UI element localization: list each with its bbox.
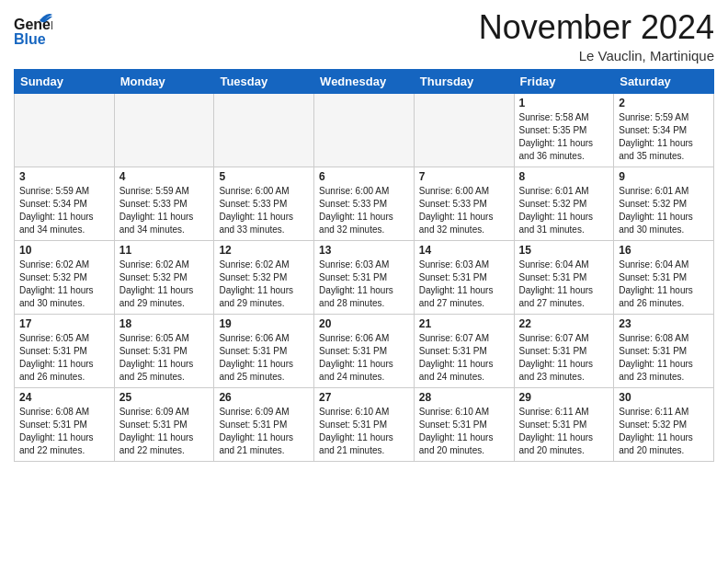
- calendar-cell: 28Sunrise: 6:10 AM Sunset: 5:31 PM Dayli…: [414, 387, 514, 461]
- day-number: 13: [319, 244, 409, 257]
- day-info: Sunrise: 6:02 AM Sunset: 5:32 PM Dayligh…: [119, 259, 210, 310]
- day-info: Sunrise: 6:03 AM Sunset: 5:31 PM Dayligh…: [319, 259, 409, 310]
- calendar-cell: 2Sunrise: 5:59 AM Sunset: 5:34 PM Daylig…: [614, 93, 714, 167]
- day-number: 3: [19, 170, 109, 183]
- day-number: 12: [219, 244, 309, 257]
- calendar-cell: 15Sunrise: 6:04 AM Sunset: 5:31 PM Dayli…: [514, 240, 614, 314]
- calendar-cell: 12Sunrise: 6:02 AM Sunset: 5:32 PM Dayli…: [214, 240, 314, 314]
- day-info: Sunrise: 6:08 AM Sunset: 5:31 PM Dayligh…: [619, 332, 709, 384]
- calendar-week-0: 1Sunrise: 5:58 AM Sunset: 5:35 PM Daylig…: [15, 93, 714, 167]
- calendar-cell: 7Sunrise: 6:00 AM Sunset: 5:33 PM Daylig…: [414, 167, 514, 240]
- day-number: 1: [519, 97, 609, 109]
- calendar-cell: [114, 93, 214, 167]
- day-info: Sunrise: 5:59 AM Sunset: 5:34 PM Dayligh…: [19, 185, 109, 236]
- day-info: Sunrise: 6:07 AM Sunset: 5:31 PM Dayligh…: [519, 332, 609, 384]
- day-number: 9: [619, 170, 709, 183]
- logo-icon: General Blue: [14, 9, 52, 50]
- day-number: 21: [419, 317, 509, 330]
- weekday-header-friday: Friday: [514, 69, 614, 93]
- calendar-cell: 1Sunrise: 5:58 AM Sunset: 5:35 PM Daylig…: [514, 93, 614, 167]
- day-number: 28: [419, 391, 509, 404]
- day-info: Sunrise: 6:06 AM Sunset: 5:31 PM Dayligh…: [319, 332, 409, 384]
- day-number: 19: [219, 317, 309, 330]
- day-info: Sunrise: 5:59 AM Sunset: 5:34 PM Dayligh…: [619, 111, 709, 163]
- day-number: 23: [619, 317, 709, 330]
- day-info: Sunrise: 6:11 AM Sunset: 5:31 PM Dayligh…: [519, 406, 609, 457]
- day-number: 20: [319, 317, 409, 330]
- calendar-cell: 19Sunrise: 6:06 AM Sunset: 5:31 PM Dayli…: [214, 314, 314, 387]
- calendar-cell: [414, 93, 514, 167]
- calendar-cell: 20Sunrise: 6:06 AM Sunset: 5:31 PM Dayli…: [314, 314, 415, 387]
- day-number: 2: [619, 97, 709, 109]
- calendar-week-4: 24Sunrise: 6:08 AM Sunset: 5:31 PM Dayli…: [15, 387, 714, 461]
- calendar-cell: 18Sunrise: 6:05 AM Sunset: 5:31 PM Dayli…: [114, 314, 214, 387]
- calendar-cell: 14Sunrise: 6:03 AM Sunset: 5:31 PM Dayli…: [414, 240, 514, 314]
- title-block: November 2024 Le Vauclin, Martinique: [479, 9, 714, 63]
- day-info: Sunrise: 6:10 AM Sunset: 5:31 PM Dayligh…: [419, 406, 509, 457]
- calendar-cell: 16Sunrise: 6:04 AM Sunset: 5:31 PM Dayli…: [614, 240, 714, 314]
- weekday-header-tuesday: Tuesday: [214, 69, 314, 93]
- day-number: 25: [119, 391, 210, 404]
- day-number: 10: [19, 244, 109, 257]
- day-info: Sunrise: 6:02 AM Sunset: 5:32 PM Dayligh…: [219, 259, 309, 310]
- day-number: 24: [19, 391, 109, 404]
- calendar-week-2: 10Sunrise: 6:02 AM Sunset: 5:32 PM Dayli…: [15, 240, 714, 314]
- day-info: Sunrise: 6:01 AM Sunset: 5:32 PM Dayligh…: [619, 185, 709, 236]
- weekday-header-wednesday: Wednesday: [314, 69, 415, 93]
- day-info: Sunrise: 6:06 AM Sunset: 5:31 PM Dayligh…: [219, 332, 309, 384]
- header: General Blue November 2024 Le Vauclin, M…: [14, 9, 714, 63]
- day-number: 17: [19, 317, 109, 330]
- day-info: Sunrise: 6:01 AM Sunset: 5:32 PM Dayligh…: [519, 185, 609, 236]
- calendar-cell: 27Sunrise: 6:10 AM Sunset: 5:31 PM Dayli…: [314, 387, 415, 461]
- day-info: Sunrise: 6:04 AM Sunset: 5:31 PM Dayligh…: [519, 259, 609, 310]
- calendar-cell: 4Sunrise: 5:59 AM Sunset: 5:33 PM Daylig…: [114, 167, 214, 240]
- day-number: 22: [519, 317, 609, 330]
- day-info: Sunrise: 5:58 AM Sunset: 5:35 PM Dayligh…: [519, 111, 609, 163]
- calendar-header-row: SundayMondayTuesdayWednesdayThursdayFrid…: [15, 69, 714, 93]
- calendar: SundayMondayTuesdayWednesdayThursdayFrid…: [14, 69, 714, 462]
- day-number: 30: [619, 391, 709, 404]
- calendar-cell: 13Sunrise: 6:03 AM Sunset: 5:31 PM Dayli…: [314, 240, 415, 314]
- day-number: 8: [519, 170, 609, 183]
- calendar-cell: 29Sunrise: 6:11 AM Sunset: 5:31 PM Dayli…: [514, 387, 614, 461]
- day-info: Sunrise: 6:10 AM Sunset: 5:31 PM Dayligh…: [319, 406, 409, 457]
- calendar-cell: [15, 93, 115, 167]
- day-info: Sunrise: 6:11 AM Sunset: 5:32 PM Dayligh…: [619, 406, 709, 457]
- weekday-header-thursday: Thursday: [414, 69, 514, 93]
- location: Le Vauclin, Martinique: [479, 48, 714, 63]
- calendar-cell: 30Sunrise: 6:11 AM Sunset: 5:32 PM Dayli…: [614, 387, 714, 461]
- day-number: 11: [119, 244, 210, 257]
- weekday-header-saturday: Saturday: [614, 69, 714, 93]
- day-info: Sunrise: 6:00 AM Sunset: 5:33 PM Dayligh…: [419, 185, 509, 236]
- day-info: Sunrise: 5:59 AM Sunset: 5:33 PM Dayligh…: [119, 185, 210, 236]
- weekday-header-sunday: Sunday: [15, 69, 115, 93]
- calendar-cell: 17Sunrise: 6:05 AM Sunset: 5:31 PM Dayli…: [15, 314, 115, 387]
- day-number: 27: [319, 391, 409, 404]
- day-info: Sunrise: 6:09 AM Sunset: 5:31 PM Dayligh…: [119, 406, 210, 457]
- day-number: 4: [119, 170, 210, 183]
- day-info: Sunrise: 6:05 AM Sunset: 5:31 PM Dayligh…: [119, 332, 210, 384]
- day-info: Sunrise: 6:08 AM Sunset: 5:31 PM Dayligh…: [19, 406, 109, 457]
- page: General Blue November 2024 Le Vauclin, M…: [0, 0, 728, 563]
- day-info: Sunrise: 6:00 AM Sunset: 5:33 PM Dayligh…: [319, 185, 409, 236]
- calendar-cell: [214, 93, 314, 167]
- day-info: Sunrise: 6:07 AM Sunset: 5:31 PM Dayligh…: [419, 332, 509, 384]
- day-info: Sunrise: 6:02 AM Sunset: 5:32 PM Dayligh…: [19, 259, 109, 310]
- calendar-cell: 10Sunrise: 6:02 AM Sunset: 5:32 PM Dayli…: [15, 240, 115, 314]
- weekday-header-monday: Monday: [114, 69, 214, 93]
- day-number: 29: [519, 391, 609, 404]
- logo: General Blue: [14, 9, 52, 53]
- day-number: 14: [419, 244, 509, 257]
- calendar-cell: 23Sunrise: 6:08 AM Sunset: 5:31 PM Dayli…: [614, 314, 714, 387]
- calendar-cell: 8Sunrise: 6:01 AM Sunset: 5:32 PM Daylig…: [514, 167, 614, 240]
- calendar-cell: 9Sunrise: 6:01 AM Sunset: 5:32 PM Daylig…: [614, 167, 714, 240]
- calendar-cell: 5Sunrise: 6:00 AM Sunset: 5:33 PM Daylig…: [214, 167, 314, 240]
- calendar-cell: 22Sunrise: 6:07 AM Sunset: 5:31 PM Dayli…: [514, 314, 614, 387]
- day-info: Sunrise: 6:09 AM Sunset: 5:31 PM Dayligh…: [219, 406, 309, 457]
- calendar-week-3: 17Sunrise: 6:05 AM Sunset: 5:31 PM Dayli…: [15, 314, 714, 387]
- calendar-cell: 11Sunrise: 6:02 AM Sunset: 5:32 PM Dayli…: [114, 240, 214, 314]
- month-title: November 2024: [479, 9, 714, 46]
- day-number: 5: [219, 170, 309, 183]
- day-info: Sunrise: 6:03 AM Sunset: 5:31 PM Dayligh…: [419, 259, 509, 310]
- calendar-cell: 24Sunrise: 6:08 AM Sunset: 5:31 PM Dayli…: [15, 387, 115, 461]
